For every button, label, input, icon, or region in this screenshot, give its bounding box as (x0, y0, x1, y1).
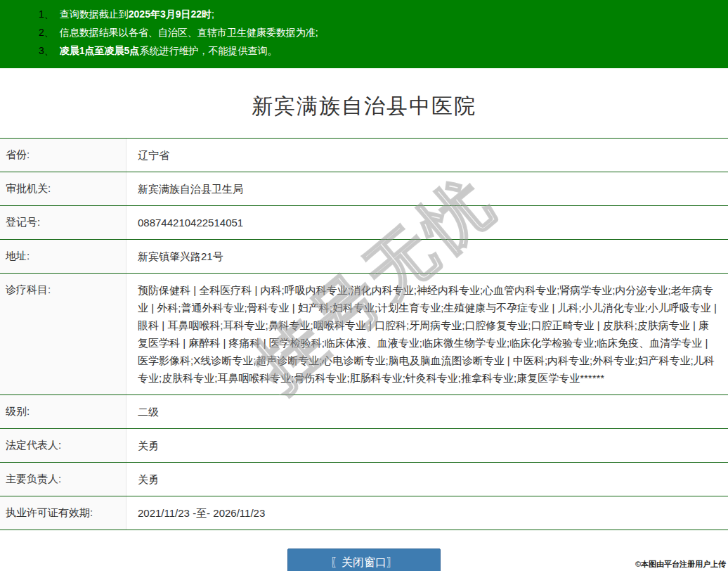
row-value: 088744210422514051 (126, 206, 728, 239)
notice-text-post: ; (212, 8, 214, 20)
row-value: 关勇 (126, 429, 728, 462)
row-value: 辽宁省 (126, 139, 728, 172)
row-value: 2021/11/23 -至- 2026/11/23 (126, 496, 728, 530)
table-row-registration-number: 登记号: 088744210422514051 (0, 206, 728, 240)
notice-text-bold: 2025年3月9日22时 (129, 8, 212, 20)
row-label: 审批机关: (0, 172, 126, 205)
table-row-legal-representative: 法定代表人: 关勇 (0, 429, 728, 463)
table-row-main-person-in-charge: 主要负责人: 关勇 (0, 463, 728, 496)
notice-text: 查询数据截止到 (60, 8, 129, 20)
footer: 〖关闭窗口〗 (0, 548, 728, 571)
table-row-license-validity: 执业许可证有效期: 2021/11/23 -至- 2026/11/23 (0, 496, 728, 530)
notice-number: 2、 (39, 27, 54, 38)
notice-text-bold: 凌晨1点至凌晨5点 (60, 45, 140, 56)
row-label: 地址: (0, 240, 126, 273)
notice-banner: 1、查询数据截止到2025年3月9日22时; 2、信息数据结果以各省、自治区、直… (0, 0, 728, 68)
row-label: 省份: (0, 139, 126, 172)
page-title: 新宾满族自治县中医院 (0, 92, 728, 121)
notice-number: 3、 (39, 45, 54, 56)
notice-text-post: 系统进行维护，不能提供查询。 (139, 45, 277, 56)
copyright-watermark: ©本图由平台注册用户上传 (635, 559, 726, 570)
hospital-info-table: 省份: 辽宁省 审批机关: 新宾满族自治县卫生局 登记号: 0887442104… (0, 138, 728, 530)
notice-text: 信息数据结果以各省、自治区、直辖市卫生健康委数据为准; (60, 27, 318, 38)
notice-item-1: 1、查询数据截止到2025年3月9日22时; (0, 5, 728, 23)
row-value: 新宾满族自治县卫生局 (126, 172, 728, 205)
row-value: 预防保健科 | 全科医疗科 | 内科;呼吸内科专业;消化内科专业;神经内科专业;… (126, 274, 728, 394)
table-row-address: 地址: 新宾镇肇兴路21号 (0, 240, 728, 274)
row-value: 二级 (126, 395, 728, 428)
notice-item-3: 3、凌晨1点至凌晨5点系统进行维护，不能提供查询。 (0, 41, 728, 60)
row-label: 登记号: (0, 206, 126, 239)
table-row-approval-authority: 审批机关: 新宾满族自治县卫生局 (0, 172, 728, 206)
row-value: 新宾镇肇兴路21号 (126, 240, 728, 273)
table-row-level: 级别: 二级 (0, 395, 728, 429)
row-label: 主要负责人: (0, 463, 126, 496)
table-row-treatment-subjects: 诊疗科目: 预防保健科 | 全科医疗科 | 内科;呼吸内科专业;消化内科专业;神… (0, 274, 728, 395)
row-value: 关勇 (126, 463, 728, 496)
row-label: 法定代表人: (0, 429, 126, 462)
notice-number: 1、 (39, 8, 54, 20)
table-row-province: 省份: 辽宁省 (0, 139, 728, 172)
row-label: 级别: (0, 395, 126, 428)
row-label: 诊疗科目: (0, 274, 126, 394)
notice-item-2: 2、信息数据结果以各省、自治区、直辖市卫生健康委数据为准; (0, 23, 728, 41)
row-label: 执业许可证有效期: (0, 496, 126, 530)
close-window-button[interactable]: 〖关闭窗口〗 (287, 548, 441, 571)
